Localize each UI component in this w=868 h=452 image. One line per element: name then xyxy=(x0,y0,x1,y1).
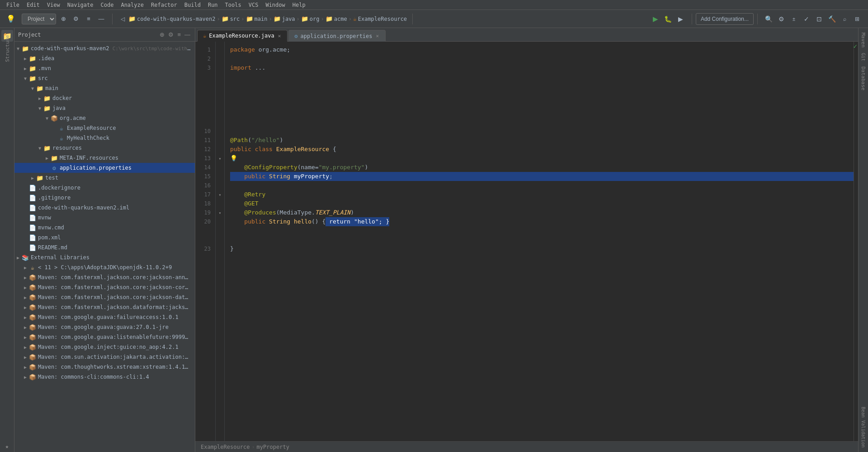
tree-item-dockerignore[interactable]: 📄 .dockerignore xyxy=(14,183,195,193)
toolbar-bc-main[interactable]: main xyxy=(255,16,268,22)
database-panel-tab[interactable]: Database xyxy=(859,64,867,93)
tree-item-listenablefuture[interactable]: ▶ 📦 Maven: com.google.guava:listenablefu… xyxy=(14,332,195,342)
menu-tools[interactable]: Tools xyxy=(222,1,245,9)
bean-validation-tab[interactable]: Bean Validation xyxy=(860,404,867,450)
menu-file[interactable]: File xyxy=(3,1,23,9)
fold-icon-19[interactable]: ▾ xyxy=(218,210,221,215)
tree-item-metainf[interactable]: ▶ 📁 META-INF.resources xyxy=(14,153,195,163)
sync-button[interactable]: ⊕ xyxy=(58,14,69,24)
tree-item-guice[interactable]: ▶ 📦 Maven: com.google.inject:guice:no_ao… xyxy=(14,342,195,352)
vcs-button[interactable]: ± xyxy=(788,14,799,24)
tree-item-guava[interactable]: ▶ 📦 Maven: com.google.guava:guava:27.0.1… xyxy=(14,322,195,332)
folder-icon-resources: 📁 xyxy=(43,144,51,152)
menu-edit[interactable]: Edit xyxy=(23,1,43,9)
structure-tool-icon[interactable]: Structure xyxy=(1,43,13,54)
tree-item-extlibs[interactable]: ▶ 📚 External Libraries xyxy=(14,252,195,262)
panel-settings-btn[interactable]: ⚙ xyxy=(167,30,175,39)
tree-item-java[interactable]: ▼ 📁 java xyxy=(14,103,195,113)
tree-item-iml[interactable]: 📄 code-with-quarkus-maven2.iml xyxy=(14,203,195,213)
tree-item-src[interactable]: ▼ 📁 src xyxy=(14,73,195,83)
tree-item-jackson-dataformat[interactable]: ▶ 📦 Maven: com.fasterxml.jackson.datafor… xyxy=(14,302,195,312)
toolbar-bc-org[interactable]: org xyxy=(310,16,320,22)
menu-analyze[interactable]: Analyze xyxy=(117,1,147,9)
tree-label-test: test xyxy=(45,175,58,181)
settings-btn2[interactable]: ⚙ xyxy=(776,14,787,24)
tree-item-exampleresource[interactable]: ☕ ExampleResource xyxy=(14,123,195,133)
git-panel-tab[interactable]: Git xyxy=(860,50,867,64)
tree-item-mvn[interactable]: ▶ 📁 .mvn xyxy=(14,63,195,73)
toolbar-breadcrumb-project[interactable]: code-with-quarkus-maven2 xyxy=(137,16,215,22)
run-icon[interactable]: ▶ xyxy=(650,14,661,24)
menu-navigate[interactable]: Navigate xyxy=(64,1,97,9)
arrow-mvn: ▶ xyxy=(22,65,29,72)
tree-item-test[interactable]: ▶ 📁 test xyxy=(14,173,195,183)
tree-item-myhealthcheck[interactable]: ☕ MyHealthCheck xyxy=(14,133,195,143)
tab-exampleresource[interactable]: ☕ ExampleResource.java ✕ xyxy=(197,30,288,42)
favorites-icon[interactable]: ★ xyxy=(1,440,13,452)
toolbar-bc-java[interactable]: java xyxy=(282,16,295,22)
configure-button[interactable]: ⚙ xyxy=(71,14,81,24)
menu-run[interactable]: Run xyxy=(204,1,222,9)
maven-panel-tab[interactable]: Maven xyxy=(859,30,867,50)
tree-item-jackson-databind[interactable]: ▶ 📦 Maven: com.fasterxml.jackson.core:ja… xyxy=(14,292,195,302)
tree-item-main[interactable]: ▼ 📁 main xyxy=(14,83,195,93)
back-button[interactable]: ◁ xyxy=(118,14,127,24)
debug-icon[interactable]: 🐛 xyxy=(663,14,674,24)
search-button[interactable]: 🔍 xyxy=(763,14,774,24)
toolbar-bc-src[interactable]: src xyxy=(230,16,240,22)
tree-item-commons-cli[interactable]: ▶ 📦 Maven: commons-cli:commons-cli:1.4 xyxy=(14,372,195,382)
tree-item-jackson-core[interactable]: ▶ 📦 Maven: com.fasterxml.jackson.core:ja… xyxy=(14,282,195,292)
menu-window[interactable]: Window xyxy=(262,1,288,9)
tree-item-idea[interactable]: ▶ 📁 .idea xyxy=(14,53,195,63)
minimize-button[interactable]: — xyxy=(96,14,107,24)
jdk-icon: ☕ xyxy=(29,264,36,271)
menu-refactor[interactable]: Refactor xyxy=(147,1,181,9)
tab-close-appprops[interactable]: ✕ xyxy=(375,33,380,39)
tree-item-resources[interactable]: ▼ 📁 resources xyxy=(14,143,195,153)
tree-item-orgacme[interactable]: ▼ 📦 org.acme xyxy=(14,113,195,123)
panel-add-btn[interactable]: ⊕ xyxy=(159,30,165,39)
tree-item-gitignore[interactable]: 📄 .gitignore xyxy=(14,193,195,203)
panel-gear-btn[interactable]: ≡ xyxy=(176,30,182,39)
menu-code[interactable]: Code xyxy=(97,1,118,9)
tree-item-readme[interactable]: 📄 README.md xyxy=(14,243,195,252)
tree-item-jdk[interactable]: ▶ ☕ < 11 > C:\apps\AdoptaJDK\openjdk-11.… xyxy=(14,262,195,272)
terminal-button[interactable]: ⊡ xyxy=(814,14,825,24)
tree-item-docker[interactable]: ▶ 📁 docker xyxy=(14,93,195,103)
code-line-16 xyxy=(230,181,854,190)
code-line-blank6 xyxy=(230,118,854,127)
tree-item-mvnw[interactable]: 📄 mvnw xyxy=(14,213,195,223)
fold-icon-17[interactable]: ▾ xyxy=(218,192,221,197)
tab-appprops[interactable]: ⚙ application.properties ✕ xyxy=(288,30,386,42)
run-config-icon[interactable]: ▶ xyxy=(675,14,686,24)
window-button[interactable]: ⊞ xyxy=(852,14,863,24)
props-icon-appprops: ⚙ xyxy=(51,164,58,171)
menu-help[interactable]: Help xyxy=(289,1,309,9)
code-area[interactable]: package org.acme; import ... xyxy=(225,42,854,441)
add-configuration-button[interactable]: Add Configuration... xyxy=(696,13,754,25)
menu-view[interactable]: View xyxy=(43,1,64,9)
menu-vcs[interactable]: VCS xyxy=(245,1,262,9)
tree-item-jackson-annotations[interactable]: ▶ 📦 Maven: com.fasterxml.jackson.core:ja… xyxy=(14,272,195,282)
intellij-logo[interactable]: 💡 xyxy=(5,14,16,24)
fold-icon-13[interactable]: ▾ xyxy=(218,156,221,161)
toolbar-bc-acme[interactable]: acme xyxy=(334,16,347,22)
build-button[interactable]: 🔨 xyxy=(826,14,837,24)
toolbar-bc-resource[interactable]: ExampleResource xyxy=(358,16,407,22)
editor-bc-myproperty[interactable]: myProperty xyxy=(257,444,289,450)
tree-item-failureaccess[interactable]: ▶ 📦 Maven: com.google.guava:failureacces… xyxy=(14,312,195,322)
tree-item-activation[interactable]: ▶ 📦 Maven: com.sun.activation:jakarta.ac… xyxy=(14,352,195,362)
tree-item-xstream[interactable]: ▶ 📦 Maven: com.thoughtworks.xstream:xstr… xyxy=(14,362,195,372)
project-selector[interactable]: Project xyxy=(22,14,56,24)
editor-bc-exampleresource[interactable]: ExampleResource xyxy=(201,444,250,450)
find-button[interactable]: ⌕ xyxy=(839,14,850,24)
tab-close-exampleresource[interactable]: ✕ xyxy=(277,33,282,39)
tree-item-mvnwcmd[interactable]: 📄 mvnw.cmd xyxy=(14,223,195,233)
commit-button[interactable]: ✓ xyxy=(801,14,812,24)
menu-build[interactable]: Build xyxy=(181,1,204,9)
settings-button[interactable]: ≡ xyxy=(83,14,94,24)
tree-item-root[interactable]: ▼ 📁 code-with-quarkus-maven2 C:\work\src… xyxy=(14,43,195,53)
panel-minimize-btn[interactable]: — xyxy=(184,30,191,39)
tree-item-appprops[interactable]: ⚙ application.properties xyxy=(14,163,195,173)
tree-item-pom[interactable]: 📄 pom.xml xyxy=(14,233,195,243)
